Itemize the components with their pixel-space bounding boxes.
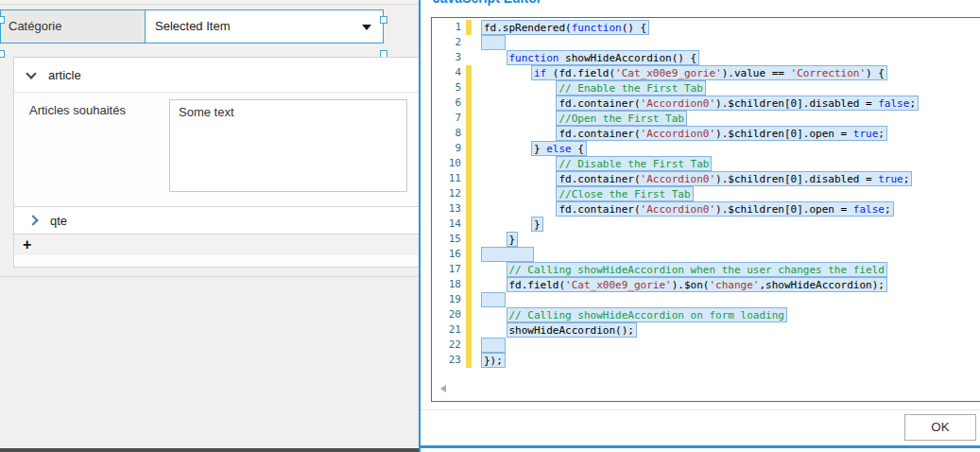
- line-number: 16: [432, 247, 466, 262]
- dropdown-caret-icon: [362, 25, 371, 30]
- code-text[interactable]: fd.field('Cat_x00e9_gorie').$on('change'…: [472, 277, 887, 292]
- selection-highlight: function showHideAccordion() {: [507, 50, 700, 65]
- code-text[interactable]: function showHideAccordion() {: [472, 50, 699, 65]
- code-line[interactable]: 8 fd.container('Accordion0').$children[0…: [432, 126, 980, 141]
- code-line[interactable]: 11 fd.container('Accordion0').$children[…: [432, 171, 980, 186]
- code-text[interactable]: fd.container('Accordion0').$children[0].…: [472, 201, 894, 217]
- selection-highlight: }: [531, 217, 543, 232]
- line-number: 13: [432, 201, 466, 217]
- code-line[interactable]: 12 //Close the First Tab: [432, 186, 980, 201]
- code-line[interactable]: 6 fd.container('Accordion0').$children[0…: [432, 96, 980, 111]
- code-text[interactable]: }: [472, 217, 543, 232]
- line-number: 18: [432, 277, 466, 292]
- line-number: 15: [432, 232, 466, 247]
- add-section-button[interactable]: +: [14, 235, 419, 255]
- code-text[interactable]: [472, 338, 506, 353]
- code-text[interactable]: [472, 292, 506, 307]
- code-text[interactable]: fd.container('Accordion0').$children[0].…: [472, 96, 919, 111]
- line-number: 10: [432, 156, 466, 171]
- category-dropdown[interactable]: Selected Item: [145, 10, 383, 43]
- chevron-down-icon: [26, 68, 36, 78]
- selection-highlight: fd.container('Accordion0').$children[0].…: [556, 201, 893, 217]
- line-number: 11: [432, 171, 466, 186]
- line-number: 22: [432, 338, 466, 353]
- selection-highlight: fd.container('Accordion0').$children[0].…: [556, 126, 886, 141]
- line-number: 6: [432, 96, 466, 111]
- selection-highlight: [481, 292, 506, 307]
- code-text[interactable]: if (fd.field('Cat_x00e9_gorie').value ==…: [472, 65, 887, 80]
- code-text[interactable]: showHideAccordion();: [472, 322, 637, 338]
- line-number: 5: [432, 80, 466, 96]
- line-number: 12: [432, 186, 466, 201]
- articles-field-label: Articles souhaités: [29, 103, 126, 117]
- accordion-section-article[interactable]: article: [14, 59, 419, 93]
- code-text[interactable]: fd.container('Accordion0').$children[0].…: [472, 171, 912, 186]
- code-text[interactable]: [472, 35, 506, 50]
- line-number: 20: [432, 307, 466, 322]
- line-number: 21: [432, 322, 466, 338]
- code-line[interactable]: 10 // Disable the First Tab: [432, 156, 980, 171]
- code-line[interactable]: 23});: [432, 353, 980, 368]
- code-line[interactable]: 14 }: [432, 217, 980, 232]
- article-section-body: Articles souhaités Some text: [14, 94, 419, 202]
- category-dropdown-value: Selected Item: [155, 19, 231, 33]
- code-line[interactable]: 4 if (fd.field('Cat_x00e9_gorie').value …: [432, 65, 980, 80]
- code-line[interactable]: 13 fd.container('Accordion0').$children[…: [432, 201, 980, 217]
- line-number: 8: [432, 126, 466, 141]
- selection-highlight: [481, 247, 534, 262]
- selection-handle[interactable]: [380, 16, 387, 24]
- selection-highlight: //Close the First Tab: [556, 186, 693, 201]
- selection-handle[interactable]: [0, 16, 5, 24]
- selection-highlight: [481, 338, 506, 353]
- code-line[interactable]: 16: [432, 247, 980, 262]
- code-text[interactable]: //Open the First Tab: [472, 111, 687, 126]
- javascript-editor-dialog: JavaScript Editor 1fd.spRendered(functio…: [419, 0, 980, 452]
- code-line[interactable]: 21 showHideAccordion();: [432, 322, 980, 338]
- dialog-title: JavaScript Editor: [433, 0, 542, 6]
- selection-highlight: fd.field('Cat_x00e9_gorie').$on('change'…: [507, 277, 887, 292]
- code-text[interactable]: fd.spRendered(function() {: [472, 20, 649, 35]
- code-line[interactable]: 19: [432, 292, 980, 307]
- code-line[interactable]: 5 // Enable the First Tab: [432, 80, 980, 96]
- code-line[interactable]: 1fd.spRendered(function() {: [432, 20, 980, 35]
- line-number: 3: [432, 50, 466, 65]
- category-field[interactable]: Catégorie Selected Item: [0, 9, 384, 43]
- selection-highlight: }: [507, 232, 519, 247]
- line-number: 19: [432, 292, 466, 307]
- selection-highlight: // Disable the First Tab: [556, 156, 712, 171]
- ok-button[interactable]: OK: [904, 414, 976, 441]
- selection-highlight: } else {: [531, 141, 587, 156]
- code-line[interactable]: 3 function showHideAccordion() {: [432, 50, 980, 65]
- code-text[interactable]: fd.container('Accordion0').$children[0].…: [472, 126, 887, 141]
- line-number: 2: [432, 35, 466, 50]
- code-text[interactable]: [472, 247, 534, 262]
- code-text[interactable]: });: [472, 353, 506, 368]
- code-text[interactable]: //Close the First Tab: [472, 186, 694, 201]
- code-line[interactable]: 17 // Calling showHideAccordion when the…: [432, 262, 980, 277]
- code-line[interactable]: 2: [432, 35, 980, 50]
- code-line[interactable]: 22: [432, 338, 980, 353]
- articles-textarea[interactable]: Some text: [169, 99, 407, 192]
- selection-handle[interactable]: [0, 50, 5, 58]
- code-text[interactable]: // Calling showHideAccordion when the us…: [472, 262, 887, 277]
- accordion-section-qte[interactable]: qte: [14, 206, 419, 235]
- accordion-container: article Articles souhaités Some text qte…: [13, 57, 419, 268]
- code-editor-lines[interactable]: 1fd.spRendered(function() {23 function s…: [432, 18, 980, 368]
- code-text[interactable]: // Disable the First Tab: [472, 156, 712, 171]
- line-number: 23: [432, 353, 466, 368]
- line-number: 14: [432, 217, 466, 232]
- code-editor[interactable]: 1fd.spRendered(function() {23 function s…: [431, 17, 980, 402]
- scroll-left-arrow-icon[interactable]: [440, 385, 446, 392]
- code-line[interactable]: 9 } else {: [432, 141, 980, 156]
- line-number: 4: [432, 65, 466, 80]
- code-line[interactable]: 15 }: [432, 232, 980, 247]
- code-text[interactable]: } else {: [472, 141, 587, 156]
- code-text[interactable]: // Enable the First Tab: [472, 80, 706, 96]
- code-text[interactable]: // Calling showHideAccordion on form loa…: [472, 307, 787, 322]
- code-line[interactable]: 7 //Open the First Tab: [432, 111, 980, 126]
- code-line[interactable]: 18 fd.field('Cat_x00e9_gorie').$on('chan…: [432, 277, 980, 292]
- accordion-section-label: qte: [50, 214, 67, 228]
- selection-highlight: if (fd.field('Cat_x00e9_gorie').value ==…: [531, 65, 887, 80]
- code-text[interactable]: }: [472, 232, 518, 247]
- code-line[interactable]: 20 // Calling showHideAccordion on form …: [432, 307, 980, 322]
